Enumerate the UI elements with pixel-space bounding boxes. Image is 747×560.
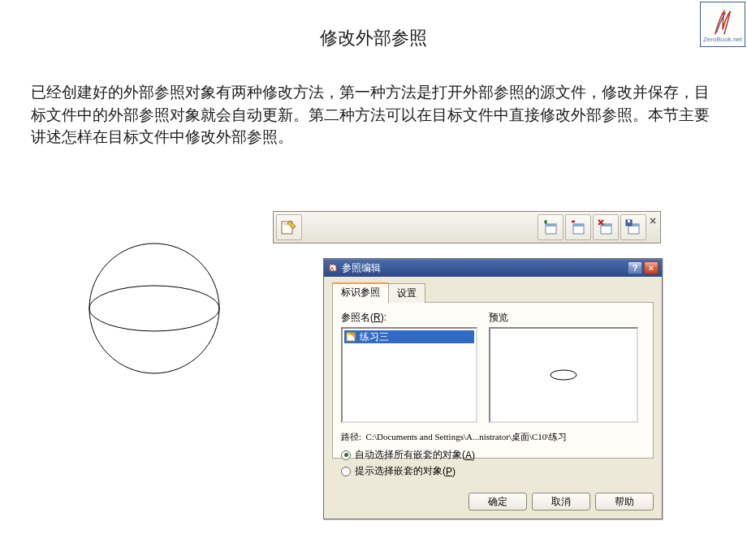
tab-identify[interactable]: 标识参照: [332, 282, 389, 303]
sphere-illustration: [81, 235, 227, 381]
svg-rect-5: [573, 224, 584, 226]
logo-text: ZeroBook.net: [703, 36, 742, 43]
preview-box: [489, 327, 638, 423]
dialog-help-button[interactable]: ?: [628, 261, 642, 274]
dialog-titlebar[interactable]: 参照编辑 ? ×: [324, 259, 662, 277]
page-title: 修改外部参照: [0, 26, 747, 50]
toolbar-close-icon[interactable]: ×: [647, 213, 658, 242]
refname-label: 参照名(R):: [341, 311, 479, 325]
ok-button[interactable]: 确定: [468, 493, 527, 510]
path-line: 路径: C:\Documents and Settings\A...nistra…: [341, 431, 645, 443]
remove-from-working-set-button[interactable]: [565, 214, 591, 240]
tree-item-label: 练习三: [360, 330, 389, 344]
discard-changes-button[interactable]: [593, 214, 619, 240]
refedit-toolbar: ×: [273, 211, 661, 243]
add-to-working-set-button[interactable]: [538, 214, 563, 240]
radio-auto-select[interactable]: 自动选择所有嵌套的对象(A): [341, 448, 645, 462]
cancel-button[interactable]: 取消: [532, 493, 590, 510]
radio-icon: [341, 467, 351, 476]
xref-icon: [346, 331, 357, 342]
svg-rect-11: [628, 220, 630, 222]
reference-edit-dialog: 参照编辑 ? × 标识参照 设置 参照名(R):: [323, 258, 663, 519]
reference-tree[interactable]: 练习三: [341, 327, 477, 423]
svg-point-12: [89, 243, 219, 373]
tab-panel-identify: 参照名(R): 练习三 预览: [332, 303, 654, 459]
svg-point-13: [89, 286, 219, 331]
path-value: C:\Documents and Settings\A...nistrator\…: [366, 432, 568, 442]
radio-icon: [341, 450, 351, 460]
dialog-title: 参照编辑: [342, 261, 626, 275]
dialog-tabs: 标识参照 设置: [332, 282, 654, 303]
dialog-close-button[interactable]: ×: [644, 261, 658, 274]
body-paragraph: 已经创建好的外部参照对象有两种修改方法，第一种方法是打开外部参照的源文件，修改并…: [31, 81, 716, 149]
preview-label: 预览: [489, 311, 645, 325]
save-changes-button[interactable]: [620, 214, 646, 240]
tab-settings[interactable]: 设置: [388, 283, 425, 304]
nested-select-radios: 自动选择所有嵌套的对象(A) 提示选择嵌套的对象(P): [341, 448, 645, 478]
svg-point-16: [551, 370, 576, 380]
edit-block-in-place-button[interactable]: [276, 214, 302, 240]
help-button[interactable]: 帮助: [595, 493, 654, 510]
app-icon: [327, 262, 339, 274]
svg-rect-3: [546, 224, 556, 226]
logo-badge: ZeroBook.net: [700, 2, 745, 47]
radio-prompt-select[interactable]: 提示选择嵌套的对象(P): [341, 464, 645, 478]
tree-item[interactable]: 练习三: [344, 330, 474, 343]
